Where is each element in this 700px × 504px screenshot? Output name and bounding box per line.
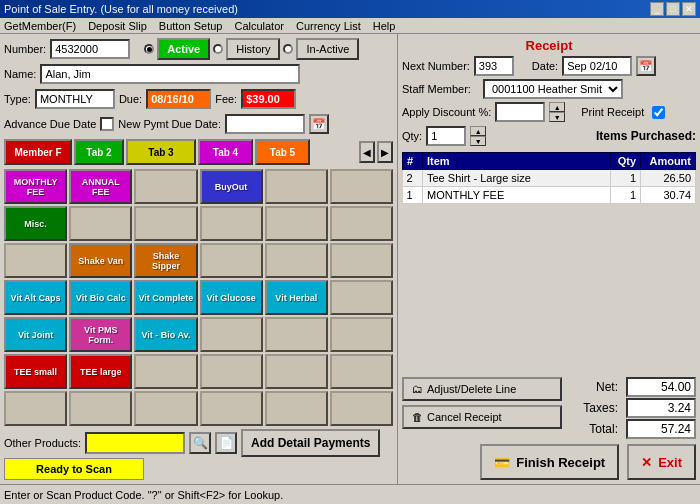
next-number-input[interactable]: [474, 56, 514, 76]
product-btn-empty: [265, 169, 328, 204]
tab-member-f[interactable]: Member F: [4, 139, 72, 165]
product-btn-empty: [134, 391, 197, 426]
product-btn-tee-large[interactable]: TEE large: [69, 354, 132, 389]
tab-5[interactable]: Tab 5: [255, 139, 310, 165]
discount-input[interactable]: [495, 102, 545, 122]
product-btn-shake-van[interactable]: Shake Van: [69, 243, 132, 278]
new-pymt-input[interactable]: [225, 114, 305, 134]
active-radio[interactable]: [144, 44, 154, 54]
window-title: Point of Sale Entry. (Use for all money …: [4, 3, 238, 15]
menu-button-setup[interactable]: Button Setup: [159, 20, 223, 32]
product-btn-empty: [265, 391, 328, 426]
product-btn-vit-alt-caps[interactable]: Vit Alt Caps: [4, 280, 67, 315]
qty-spinner[interactable]: ▲ ▼: [470, 126, 486, 146]
total-value: 57.24: [626, 419, 696, 439]
type-input[interactable]: [35, 89, 115, 109]
name-input[interactable]: [40, 64, 300, 84]
adjust-delete-button[interactable]: 🗂 Adjust/Delete Line: [402, 377, 562, 401]
fee-input[interactable]: [241, 89, 296, 109]
number-row: Number: Active History In-Active: [4, 38, 393, 60]
active-button[interactable]: Active: [157, 38, 210, 60]
due-input[interactable]: [146, 89, 211, 109]
other-products-row: Other Products: 🔍 📄 Add Detail Payments: [4, 431, 393, 455]
advance-label: Advance Due Date: [4, 118, 96, 130]
product-btn-vit---bio-av.[interactable]: Vit - Bio Av.: [134, 317, 197, 352]
net-row: Net: 54.00: [570, 377, 696, 397]
menu-getmember[interactable]: GetMember(F): [4, 20, 76, 32]
number-input[interactable]: [50, 39, 130, 59]
product-btn-buyout[interactable]: BuyOut: [200, 169, 263, 204]
tab-right-button[interactable]: ▶: [377, 141, 393, 163]
qty-down[interactable]: ▼: [470, 136, 486, 146]
advance-checkbox[interactable]: [100, 117, 114, 131]
product-btn-empty: [69, 206, 132, 241]
product-btn-vit-complete[interactable]: Vit Complete: [134, 280, 197, 315]
cell-item: MONTHLY FEE: [423, 187, 611, 204]
col-qty: Qty: [611, 153, 641, 170]
menu-calculator[interactable]: Calculator: [234, 20, 284, 32]
product-btn-misc.[interactable]: Misc.: [4, 206, 67, 241]
product-btn-empty: [200, 354, 263, 389]
product-btn-empty: [69, 391, 132, 426]
number-label: Number:: [4, 43, 46, 55]
close-button[interactable]: ✕: [682, 2, 696, 16]
history-button[interactable]: History: [226, 38, 280, 60]
table-row: 2 Tee Shirt - Large size 1 26.50: [403, 170, 696, 187]
taxes-value: 3.24: [626, 398, 696, 418]
qty-up[interactable]: ▲: [470, 126, 486, 136]
scan-file-button[interactable]: 📄: [215, 432, 237, 454]
menu-currency[interactable]: Currency List: [296, 20, 361, 32]
maximize-button[interactable]: □: [666, 2, 680, 16]
finish-receipt-button[interactable]: 💳 Finish Receipt: [480, 444, 619, 480]
staff-select[interactable]: 0001100 Heather Smith: [483, 79, 623, 99]
product-btn-empty: [4, 243, 67, 278]
cell-num: 2: [403, 170, 423, 187]
tab-3[interactable]: Tab 3: [126, 139, 196, 165]
product-btn-annual-fee[interactable]: ANNUAL FEE: [69, 169, 132, 204]
product-btn-vit-bio-calc[interactable]: Vit Bio Calc: [69, 280, 132, 315]
discount-down[interactable]: ▼: [549, 112, 565, 122]
discount-spinner[interactable]: ▲ ▼: [549, 102, 565, 122]
menu-help[interactable]: Help: [373, 20, 396, 32]
new-pymt-cal-button[interactable]: 📅: [309, 114, 329, 134]
discount-up[interactable]: ▲: [549, 102, 565, 112]
product-btn-empty: [330, 169, 393, 204]
exit-button[interactable]: ✕ Exit: [627, 444, 696, 480]
cancel-receipt-button[interactable]: 🗑 Cancel Receipt: [402, 405, 562, 429]
tab-4[interactable]: Tab 4: [198, 139, 253, 165]
bottom-left: Other Products: 🔍 📄 Add Detail Payments …: [4, 429, 393, 480]
add-detail-button[interactable]: Add Detail Payments: [241, 429, 380, 457]
bottom-buttons: 💳 Finish Receipt ✕ Exit: [402, 444, 696, 480]
inactive-button[interactable]: In-Active: [296, 38, 359, 60]
date-input[interactable]: [562, 56, 632, 76]
radio2[interactable]: [213, 44, 223, 54]
minimize-button[interactable]: _: [650, 2, 664, 16]
product-btn-vit-glucose[interactable]: Vit Glucose: [200, 280, 263, 315]
discount-row: Apply Discount %: ▲ ▼ Print Receipt: [402, 102, 696, 122]
scan-icon-button[interactable]: 🔍: [189, 432, 211, 454]
menu-deposit[interactable]: Deposit Slip: [88, 20, 147, 32]
tab-2[interactable]: Tab 2: [74, 139, 124, 165]
type-row: Type: Due: Fee:: [4, 88, 393, 110]
total-label: Total:: [589, 422, 618, 436]
product-btn-empty: [265, 317, 328, 352]
actions-totals: 🗂 Adjust/Delete Line 🗑 Cancel Receipt Ne…: [402, 377, 696, 439]
product-btn-monthly-fee[interactable]: MONTHLY FEE: [4, 169, 67, 204]
product-btn-vit-herbal[interactable]: Vit Herbal: [265, 280, 328, 315]
net-value: 54.00: [626, 377, 696, 397]
product-btn-vit-pms-form.[interactable]: Vit PMS Form.: [69, 317, 132, 352]
window-controls: _ □ ✕: [650, 2, 696, 16]
scan-input[interactable]: [85, 432, 185, 454]
tab-left-button[interactable]: ◀: [359, 141, 375, 163]
product-btn-tee-small[interactable]: TEE small: [4, 354, 67, 389]
cell-qty: 1: [611, 170, 641, 187]
date-cal-button[interactable]: 📅: [636, 56, 656, 76]
ready-to-scan-indicator: Ready to Scan: [4, 458, 144, 480]
qty-input[interactable]: [426, 126, 466, 146]
print-receipt-checkbox[interactable]: [652, 106, 665, 119]
next-number-label: Next Number:: [402, 60, 470, 72]
radio3[interactable]: [283, 44, 293, 54]
adjust-label: Adjust/Delete Line: [427, 383, 516, 395]
product-btn-vit-joint[interactable]: Vit Joint: [4, 317, 67, 352]
product-btn-shake-sipper[interactable]: Shake Sipper: [134, 243, 197, 278]
